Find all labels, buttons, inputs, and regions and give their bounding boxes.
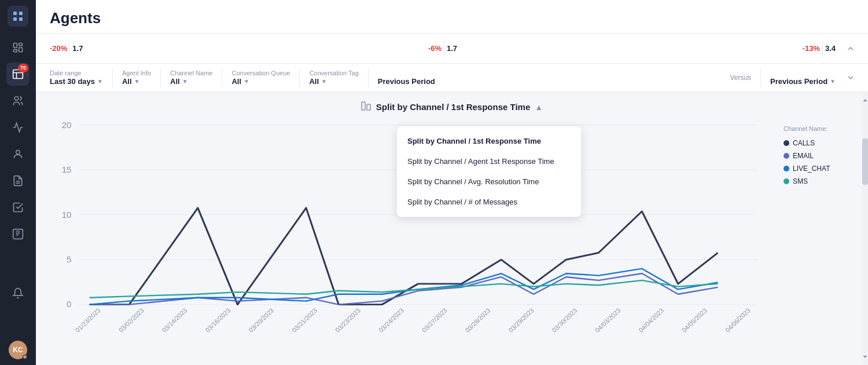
conversation-queue-filter[interactable]: Conversation Queue All ▼ [231,70,290,86]
conversation-tag-chevron: ▼ [321,78,327,85]
agent-info-filter[interactable]: Agent Info All ▼ [122,70,151,86]
conversation-tag-filter[interactable]: Conversation Tag All ▼ [309,70,358,86]
live-chat-label: LIVE_CHAT [793,165,830,173]
sidebar-item-analytics[interactable] [6,116,30,139]
header: Agents [36,0,868,34]
filter-sep-1 [112,68,113,87]
chart-area: Split by Channel / 1st Response Time ▲ S… [36,92,868,365]
svg-text:04/05/2023: 04/05/2023 [681,307,708,334]
conversation-queue-label: Conversation Queue [231,70,290,76]
scrollbar-track [862,92,868,365]
avatar-status-dot [23,355,27,359]
email-label: EMAIL [793,152,814,160]
agent-info-value[interactable]: All ▼ [122,77,151,86]
svg-rect-6 [19,48,23,52]
sidebar-item-reviews[interactable] [6,196,30,219]
svg-text:03/20/2023: 03/20/2023 [247,307,275,334]
conversation-tag-value[interactable]: All ▼ [309,77,358,86]
sidebar-item-notifications[interactable] [6,282,30,305]
chart-icon [361,101,372,112]
legend-item-email: EMAIL [784,152,849,160]
stat-sep-0 [69,39,70,58]
date-range-filter[interactable]: Date range Last 30 days ▼ [50,70,103,86]
dropdown-item-0[interactable]: Split by Channel / 1st Response Time [397,131,581,151]
dropdown-item-2[interactable]: Split by Channel / Avg. Resolution Time [397,171,581,192]
sidebar-item-tickets[interactable] [6,169,30,192]
previous-period-value-2[interactable]: Previous Period ▼ [770,77,836,86]
scrollbar-thumb[interactable] [862,138,868,185]
dropdown-item-1[interactable]: Split by Channel / Agent 1st Response Ti… [397,151,581,171]
sidebar-item-inbox[interactable]: 70 [6,63,30,86]
svg-text:04/03/2023: 04/03/2023 [594,307,621,334]
sidebar: 70 KC [0,0,36,365]
agent-info-chevron: ▼ [134,78,140,85]
filter-sep-4 [299,68,300,87]
filters-bar: Date range Last 30 days ▼ Agent Info All… [36,64,868,92]
filter-sep-2 [160,68,161,87]
sidebar-item-reports[interactable] [6,36,30,59]
chart-title-bar: Split by Channel / 1st Response Time ▲ [50,101,854,112]
agent-info-label: Agent Info [122,70,151,76]
svg-text:03/28/2023: 03/28/2023 [464,307,491,334]
svg-text:15: 15 [62,165,72,174]
channel-name-chevron: ▼ [182,78,188,85]
email-dot [784,153,789,159]
filter-sep-6 [760,68,761,87]
legend-item-calls: CALLS [784,139,849,147]
previous-period-filter-1[interactable]: Previous Period [378,70,435,86]
svg-rect-1 [19,12,23,15]
page-title: Agents [50,9,854,27]
stats-bar: -20% 1.7 -6% 1.7 -13% 3.4 [36,34,868,64]
channel-name-value[interactable]: All ▼ [170,77,212,86]
svg-point-10 [16,150,20,154]
svg-rect-13 [13,229,23,239]
svg-point-9 [14,97,19,101]
conversation-queue-chevron: ▼ [244,78,249,85]
filter-sep-3 [222,68,222,87]
sidebar-item-team[interactable] [6,89,30,112]
svg-rect-0 [13,12,17,15]
calls-label: CALLS [793,139,815,147]
previous-period-filter-2[interactable]: Previous Period ▼ [770,70,836,86]
svg-rect-14 [362,102,365,110]
date-range-value[interactable]: Last 30 days ▼ [50,77,103,86]
stat-sep-1 [444,39,444,58]
svg-rect-7 [14,49,17,52]
legend-title: Channel Name: [784,125,849,132]
scroll-up-arrow[interactable] [862,94,868,106]
channel-name-filter[interactable]: Channel Name All ▼ [170,70,212,86]
scroll-down-arrow[interactable] [862,351,868,363]
channel-name-label: Channel Name [170,70,212,76]
stat-value-1: 1.7 [447,44,457,53]
chart-title-chevron[interactable]: ▲ [535,103,543,112]
svg-text:03/29/2023: 03/29/2023 [507,307,535,334]
svg-text:03/30/2023: 03/30/2023 [550,307,578,334]
sms-label: SMS [793,177,808,185]
app-logo[interactable] [8,6,28,27]
previous-period-label-2 [770,70,836,76]
main-content: Agents -20% 1.7 -6% 1.7 -13% 3.4 Date ra… [36,0,868,365]
svg-rect-5 [19,43,23,46]
scroll-up-icon[interactable] [847,45,854,52]
filter-sep-5 [368,68,369,87]
sidebar-item-contacts[interactable] [6,143,30,166]
dropdown-item-3[interactable]: Split by Channel / # of Messages [397,192,581,212]
scroll-down-icon[interactable] [847,74,854,81]
svg-text:03/02/2023: 03/02/2023 [117,307,145,334]
conversation-queue-value[interactable]: All ▼ [231,77,290,86]
svg-text:5: 5 [67,255,71,264]
stat-value-0: 1.7 [72,44,83,53]
svg-rect-3 [19,17,23,21]
conversation-tag-label: Conversation Tag [309,70,358,76]
calls-dot [784,140,789,146]
svg-rect-2 [13,17,17,21]
date-range-label: Date range [50,70,103,76]
svg-rect-4 [14,43,17,48]
stat-sep-2 [822,39,823,58]
avatar[interactable]: KC [9,341,27,359]
previous-period-value-1[interactable]: Previous Period [378,77,435,86]
sidebar-item-settings[interactable] [6,222,30,246]
svg-text:20: 20 [62,121,72,130]
svg-text:03/21/2023: 03/21/2023 [290,307,318,334]
chart-title: Split by Channel / 1st Response Time [376,102,530,112]
